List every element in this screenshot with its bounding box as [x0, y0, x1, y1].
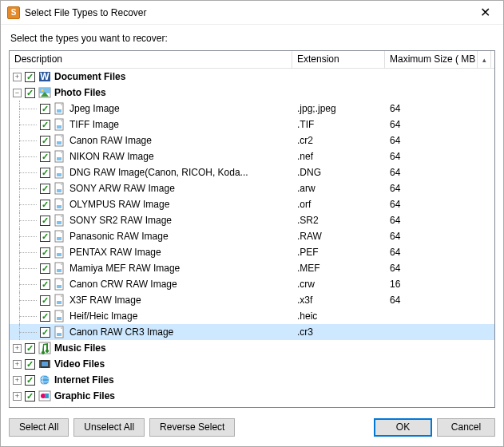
checkbox[interactable]: ✓	[25, 407, 35, 408]
category-row[interactable]: +✓Video Files	[10, 356, 494, 372]
svg-rect-23	[57, 189, 62, 192]
checkbox[interactable]: ✓	[40, 247, 50, 258]
expand-toggle[interactable]: +	[13, 376, 22, 385]
extension-cell: .arw	[292, 183, 385, 194]
svg-rect-29	[57, 221, 62, 224]
file-type-row[interactable]: ✓OLYMPUS RAW Image.orf64	[10, 196, 494, 212]
category-row[interactable]: −✓Photo Files	[10, 85, 494, 101]
checkbox[interactable]: ✓	[40, 152, 50, 162]
file-type-label: SONY SR2 RAW Image	[69, 215, 172, 226]
checkbox[interactable]: ✓	[40, 216, 50, 226]
checkbox[interactable]: ✓	[25, 343, 35, 354]
category-row[interactable]: +✓Internet Files	[10, 372, 494, 388]
category-row[interactable]: +✓Graphic Files	[10, 388, 494, 404]
tree-line	[13, 117, 40, 133]
svg-text:W: W	[40, 71, 50, 82]
column-header-description[interactable]: Description	[10, 51, 292, 68]
size-cell: 64	[385, 167, 478, 178]
category-row[interactable]: +✓WDocument Files	[10, 69, 494, 85]
size-cell: 64	[385, 135, 478, 146]
checkbox[interactable]: ✓	[40, 263, 50, 274]
file-icon	[54, 102, 66, 115]
expand-toggle[interactable]: −	[13, 89, 22, 97]
file-type-row[interactable]: ✓X3F RAW Image.x3f64	[10, 292, 494, 308]
size-cell: 64	[385, 215, 478, 226]
graphic-icon	[38, 390, 51, 402]
checkbox[interactable]: ✓	[25, 72, 35, 82]
svg-rect-53	[39, 360, 41, 368]
file-type-row[interactable]: ✓Mamiya MEF RAW Image.MEF64	[10, 260, 494, 276]
size-cell: 64	[385, 103, 478, 114]
checkbox[interactable]: ✓	[25, 391, 35, 402]
category-row[interactable]: +✓Music Files	[10, 340, 494, 356]
tree-body[interactable]: +✓WDocument Files−✓Photo Files✓Jpeg Imag…	[10, 69, 494, 407]
checkbox[interactable]: ✓	[40, 231, 50, 242]
column-header-extension[interactable]: Extension	[292, 51, 385, 68]
file-type-row[interactable]: ✓Canon RAW Image.cr264	[10, 133, 494, 148]
titlebar: S Select File Types to Recover ✕	[1, 1, 503, 25]
checkbox[interactable]: ✓	[40, 120, 50, 130]
extension-cell: .MEF	[292, 263, 385, 274]
footer: Select All Unselect All Reverse Select O…	[1, 408, 503, 446]
checkbox[interactable]: ✓	[25, 359, 35, 370]
expand-toggle[interactable]: +	[13, 392, 22, 401]
extension-cell: .PEF	[292, 247, 385, 258]
extension-cell: .crw	[292, 279, 385, 290]
file-type-row[interactable]: ✓SONY ARW RAW Image.arw64	[10, 180, 494, 196]
size-cell: 64	[385, 247, 478, 258]
file-type-label: PENTAX RAW Image	[69, 247, 161, 258]
column-header-max-size[interactable]: Maximum Size ( MB )	[385, 51, 478, 68]
category-row[interactable]: +✓Archive Files	[10, 404, 494, 407]
file-icon	[54, 118, 66, 131]
close-button[interactable]: ✕	[467, 1, 503, 24]
file-type-label: X3F RAW Image	[69, 295, 141, 306]
checkbox[interactable]: ✓	[40, 136, 50, 146]
file-icon	[54, 246, 66, 259]
file-type-row[interactable]: ✓Heif/Heic Image.heic	[10, 308, 494, 324]
unselect-all-button[interactable]: Unselect All	[73, 418, 145, 437]
expand-toggle[interactable]: +	[13, 360, 22, 369]
checkbox[interactable]: ✓	[25, 375, 35, 386]
file-type-row[interactable]: ✓DNG RAW Image(Canon, RICOH, Koda....DNG…	[10, 164, 494, 180]
select-all-button[interactable]: Select All	[9, 418, 69, 437]
file-icon	[54, 198, 66, 211]
checkbox[interactable]: ✓	[25, 88, 35, 98]
file-type-row[interactable]: ✓SONY SR2 RAW Image.SR264	[10, 212, 494, 228]
extension-cell: .nef	[292, 151, 385, 162]
size-cell: 64	[385, 119, 478, 130]
file-type-label: Canon RAW CR3 Image	[69, 326, 173, 338]
file-type-row[interactable]: ✓Canon RAW CR3 Image.cr3	[10, 324, 494, 340]
svg-rect-50	[57, 333, 62, 336]
ok-button[interactable]: OK	[374, 418, 432, 437]
expand-toggle[interactable]: +	[13, 73, 22, 81]
cancel-button[interactable]: Cancel	[437, 418, 495, 437]
music-icon	[38, 342, 51, 354]
file-type-grid: Description Extension Maximum Size ( MB …	[9, 50, 495, 408]
svg-rect-47	[57, 317, 62, 320]
tree-line	[13, 260, 40, 276]
file-type-row[interactable]: ✓NIKON RAW Image.nef64	[10, 148, 494, 164]
checkbox[interactable]: ✓	[40, 184, 50, 194]
file-type-row[interactable]: ✓Jpeg Image.jpg;.jpeg64	[10, 101, 494, 117]
archive-icon	[38, 405, 51, 407]
tree-line	[13, 324, 40, 340]
scroll-up-icon[interactable]: ▴	[478, 51, 491, 68]
checkbox[interactable]: ✓	[40, 311, 50, 322]
checkbox[interactable]: ✓	[40, 279, 50, 290]
file-type-label: Jpeg Image	[69, 103, 120, 114]
tree-line	[13, 212, 40, 228]
file-type-row[interactable]: ✓TIFF Image.TIF64	[10, 117, 494, 133]
checkbox[interactable]: ✓	[40, 200, 50, 210]
file-icon	[54, 262, 66, 275]
file-type-row[interactable]: ✓Panasonic RAW Image.RAW64	[10, 228, 494, 244]
expand-toggle[interactable]: +	[13, 344, 22, 353]
checkbox[interactable]: ✓	[40, 168, 50, 178]
file-type-label: Canon RAW Image	[69, 135, 152, 146]
svg-rect-44	[57, 301, 62, 304]
checkbox[interactable]: ✓	[40, 295, 50, 306]
reverse-select-button[interactable]: Reverse Select	[149, 418, 235, 437]
file-type-row[interactable]: ✓Canon CRW RAW Image.crw16	[10, 276, 494, 292]
checkbox[interactable]: ✓	[40, 327, 50, 338]
checkbox[interactable]: ✓	[40, 104, 50, 114]
file-type-row[interactable]: ✓PENTAX RAW Image.PEF64	[10, 244, 494, 260]
